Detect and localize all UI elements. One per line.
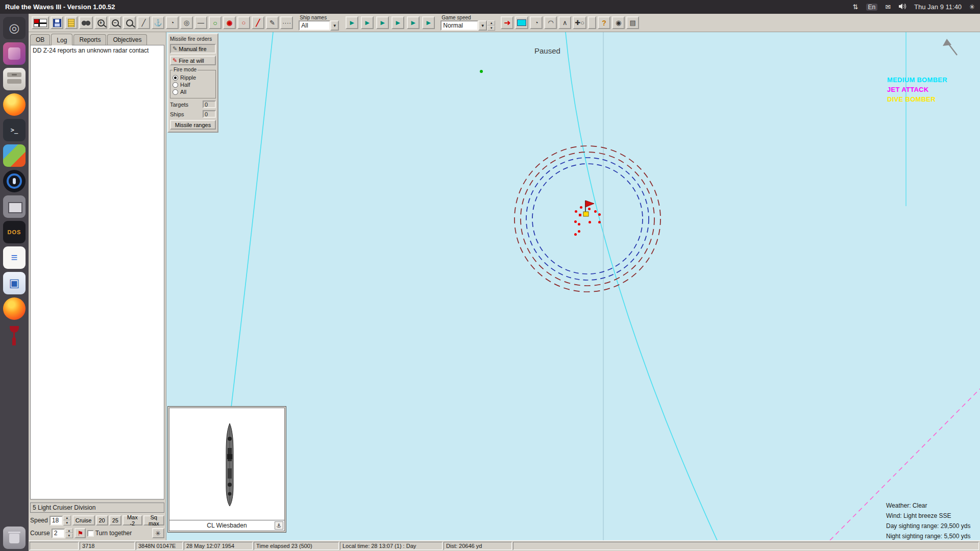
panel-tab[interactable]: Log (51, 34, 72, 45)
pen-icon: ✎ (173, 45, 177, 52)
advance-turn-button[interactable]: ➜ (501, 16, 513, 29)
status-cell: Local time: 28 13:07 (1) : Day (340, 542, 443, 550)
terminal-icon[interactable]: >_ (3, 119, 26, 141)
measure-line-button[interactable]: ╱ (137, 16, 150, 29)
panel-tab[interactable]: OB (30, 34, 50, 45)
course-value[interactable]: 2 (52, 529, 65, 538)
mail-icon[interactable]: ✉ (885, 3, 891, 11)
spin-down-icon[interactable]: ▼ (65, 533, 73, 538)
files-icon[interactable] (3, 42, 26, 65)
time-step-4-button[interactable]: ▶ (391, 16, 404, 29)
session-gear-icon[interactable]: ✳ (969, 3, 975, 11)
trash-icon[interactable] (3, 527, 26, 549)
spacer-button[interactable] (588, 16, 596, 29)
green-range-button[interactable]: ○ (209, 16, 222, 29)
tactical-map[interactable]: Paused MEDIUM BOMBERJET ATTACKDIVE BOMBE… (166, 32, 980, 540)
spin-up-icon[interactable]: ▲ (63, 515, 71, 520)
dropdown-arrow-icon[interactable]: ▼ (330, 20, 339, 31)
fire-mode-option[interactable]: Half (173, 82, 213, 88)
turn-together-checkbox[interactable] (87, 530, 94, 537)
fire-at-will-button[interactable]: ✎ Fire at will (170, 56, 216, 65)
speed-value[interactable]: 18 (50, 516, 63, 525)
passwords-icon[interactable] (3, 170, 26, 192)
time-step-1-button[interactable]: ▶ (346, 16, 358, 29)
red-range-button[interactable]: ◉ (223, 16, 236, 29)
spin-up-icon[interactable]: ▲ (65, 528, 73, 533)
contact-dot (580, 206, 582, 209)
radio-icon (173, 82, 178, 88)
signal-flag-button[interactable]: ⚑ (75, 528, 86, 538)
time-clock-button[interactable]: ◔ (530, 16, 543, 29)
bearing-circle-button[interactable]: ◎ (180, 16, 193, 29)
wine-icon[interactable] (3, 323, 26, 345)
game-speed-select[interactable]: Normal ▼ (440, 20, 487, 31)
fire-mode-option[interactable]: All (173, 89, 213, 95)
panel-tab[interactable]: Reports (74, 34, 106, 45)
missile-ranges-button[interactable]: Missile ranges (170, 120, 216, 130)
firefox-alt-icon[interactable] (3, 297, 26, 320)
map-mode-button[interactable] (515, 16, 528, 29)
red-range-alt-button[interactable]: ○ (237, 16, 250, 29)
keyboard-layout-indicator[interactable]: En (866, 4, 878, 11)
text-editor-icon[interactable]: ≡ (3, 246, 26, 269)
time-step-6-button[interactable]: ▶ (422, 16, 435, 29)
weather-info: Weather: ClearWind: Light breeze SSEDay … (886, 500, 970, 540)
save-button[interactable] (51, 16, 63, 29)
binoculars-button[interactable] (79, 16, 93, 29)
zoom-area-button[interactable] (123, 16, 136, 29)
help-button[interactable]: ? (598, 16, 610, 29)
own-ship-marker[interactable] (583, 212, 589, 216)
time-step-2-button[interactable]: ▶ (361, 16, 374, 29)
print-button[interactable]: ▤ (626, 16, 639, 29)
dash-button[interactable]: — (194, 16, 207, 29)
protractor-button[interactable]: ◠ (544, 16, 557, 29)
status-cell (513, 542, 979, 550)
spin-up-icon[interactable]: ▲ (487, 20, 495, 26)
manual-fire-button[interactable]: ✎ Manual fire (170, 44, 216, 54)
zoom-in-button[interactable]: + (94, 16, 107, 29)
notebook-button[interactable] (65, 16, 78, 29)
speed-preset-button[interactable]: Cruise (72, 515, 95, 525)
log-entry[interactable]: DD Z-24 reports an unknown radar contact (32, 46, 163, 55)
zoom-out-button[interactable]: − (109, 16, 121, 29)
virtualbox-icon[interactable]: ▣ (3, 272, 26, 294)
enemy-flag-marker[interactable] (585, 201, 594, 207)
speed-preset-button[interactable]: Sq max (143, 515, 164, 525)
ensign-flag-button[interactable] (32, 16, 49, 29)
dosbox-icon[interactable]: DOS (3, 221, 26, 243)
fire-director-button[interactable]: ✚○ (573, 16, 586, 29)
ship-top-view (220, 421, 239, 508)
pen-icon: ✎ (173, 57, 177, 64)
pen-button[interactable]: ✎ (266, 16, 279, 29)
archive-icon[interactable] (3, 68, 26, 90)
screenshot-button[interactable]: ◉ (612, 16, 625, 29)
speed-preset-button[interactable]: 25 (109, 515, 121, 525)
weather-line: Wind: Light breeze SSE (886, 511, 970, 521)
ship-names-select[interactable]: All ▼ (299, 20, 339, 31)
network-arrows-icon[interactable]: ⇅ (853, 3, 859, 11)
red-line-button[interactable]: ╱ (252, 16, 264, 29)
dropdown-arrow-icon[interactable]: ▼ (478, 20, 487, 31)
clock-label[interactable]: Thu Jan 9 11:40 (914, 3, 962, 11)
spin-down-icon[interactable]: ▼ (63, 520, 71, 525)
time-step-3-button[interactable]: ▶ (376, 16, 389, 29)
settings-icon[interactable]: ◎ (3, 17, 26, 39)
fire-mode-option[interactable]: Ripple (173, 74, 213, 81)
time-step-5-button[interactable]: ▶ (407, 16, 420, 29)
software-center-icon[interactable] (3, 144, 26, 167)
panel-tab[interactable]: Objectives (107, 34, 147, 45)
ship-canvas (169, 408, 284, 520)
anchor-icon[interactable]: ⚓ (275, 521, 283, 530)
dividers-button[interactable]: ∧ (558, 16, 571, 29)
anchor-button[interactable]: ⚓ (152, 16, 164, 29)
clock-button[interactable]: ◔ (166, 16, 179, 29)
dotted-line-button[interactable]: ···· (280, 16, 293, 29)
signal-flag-icon: ⚑ (78, 530, 84, 537)
volume-icon[interactable] (898, 3, 906, 11)
spin-down-icon[interactable]: ▼ (487, 26, 495, 31)
firefox-icon[interactable] (3, 93, 26, 116)
speed-preset-button[interactable]: Max -2 (122, 515, 142, 525)
division-settings-button[interactable]: ✳ (152, 528, 164, 538)
speed-preset-button[interactable]: 20 (96, 515, 108, 525)
workspace-icon[interactable] (3, 195, 26, 218)
